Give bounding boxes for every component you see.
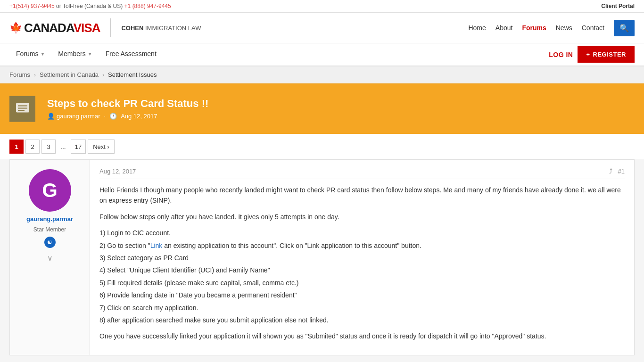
post-content: Aug 12, 2017 ⤴ #1 Hello Friends I though… bbox=[90, 160, 634, 355]
share-icon[interactable]: ⤴ bbox=[609, 167, 612, 175]
subnav-forums[interactable]: Forums ▼ bbox=[9, 43, 51, 66]
step2-pre: 2) Go to section " bbox=[99, 242, 150, 249]
post-date: Aug 12, 2017 bbox=[99, 168, 136, 175]
cohen-text: COHEN IMMIGRATION LAW bbox=[121, 25, 201, 32]
phone1-link[interactable]: +1(514) 937-9445 bbox=[9, 3, 55, 9]
breadcrumb-sep2: › bbox=[102, 72, 104, 78]
breadcrumb: Forums › Settlement in Canada › Settleme… bbox=[0, 66, 644, 83]
login-button[interactable]: LOG IN bbox=[549, 51, 573, 58]
page-1-button[interactable]: 1 bbox=[9, 140, 24, 154]
members-arrow-icon: ▼ bbox=[88, 51, 92, 57]
breadcrumb-current: Settlement Issues bbox=[108, 71, 157, 78]
top-bar: +1(514) 937-9445 or Toll-free (Canada & … bbox=[0, 0, 644, 13]
thread-info: Steps to check PR Card Status !! 👤 gaura… bbox=[47, 98, 208, 120]
thread-author: 👤 gaurang.parmar bbox=[47, 113, 100, 120]
thread-date: Aug 12, 2017 bbox=[121, 113, 157, 120]
logo-divider bbox=[110, 18, 111, 37]
page-3-button[interactable]: 3 bbox=[41, 140, 56, 154]
post-intro: Hello Friends I though many people who r… bbox=[99, 185, 625, 206]
user-role: Star Member bbox=[33, 226, 66, 233]
user-badge: ☯ bbox=[44, 237, 56, 248]
sub-nav: Forums ▼ Members ▼ Free Assessment LOG I… bbox=[0, 43, 644, 66]
subnav-members[interactable]: Members ▼ bbox=[51, 43, 99, 66]
nav-home[interactable]: Home bbox=[468, 24, 486, 32]
nav-forums[interactable]: Forums bbox=[522, 24, 546, 32]
step-7: 7) Click on search my application. bbox=[99, 303, 625, 313]
post-body: Hello Friends I though many people who r… bbox=[99, 185, 625, 342]
expand-button[interactable]: ∨ bbox=[47, 254, 53, 263]
username-link[interactable]: gaurang.parmar bbox=[26, 215, 73, 222]
step2-post: an existing application to this account"… bbox=[162, 242, 421, 249]
thread-banner: Steps to check PR Card Status !! 👤 gaura… bbox=[0, 83, 644, 134]
thread-title: Steps to check PR Card Status !! bbox=[47, 98, 208, 110]
main-nav: Home About Forums News Contact 🔍 bbox=[468, 20, 635, 36]
avatar: G bbox=[29, 169, 71, 212]
search-icon: 🔍 bbox=[619, 24, 629, 32]
sub-nav-left: Forums ▼ Members ▼ Free Assessment bbox=[9, 43, 163, 66]
post-note: Follow below steps only after you have l… bbox=[99, 212, 625, 222]
nav-contact[interactable]: Contact bbox=[582, 24, 604, 32]
page-17-button[interactable]: 17 bbox=[71, 140, 86, 154]
plus-icon: + bbox=[586, 51, 590, 58]
client-portal-link[interactable]: Client Portal bbox=[601, 3, 635, 9]
post-container: G gaurang.parmar Star Member ☯ ∨ Aug 12,… bbox=[9, 159, 635, 355]
step-5: 5) Fill required details (please make su… bbox=[99, 278, 625, 288]
step-3: 3) Select category as PR Card bbox=[99, 253, 625, 263]
site-header: 🍁 CANADAVISA COHEN IMMIGRATION LAW Home … bbox=[0, 13, 644, 43]
logo: 🍁 CANADAVISA bbox=[9, 21, 100, 35]
contact-info: +1(514) 937-9445 or Toll-free (Canada & … bbox=[9, 3, 171, 9]
post-conclusion: One you have successfully linked your ap… bbox=[99, 331, 625, 341]
step3-text: 3) Select category as PR Card bbox=[99, 254, 189, 262]
sub-nav-right: LOG IN + REGISTER bbox=[549, 46, 635, 63]
breadcrumb-forums[interactable]: Forums bbox=[9, 71, 30, 78]
breadcrumb-sep1: › bbox=[34, 72, 36, 78]
nav-about[interactable]: About bbox=[495, 24, 513, 32]
page-2-button[interactable]: 2 bbox=[25, 140, 40, 154]
badge-icon: ☯ bbox=[47, 239, 52, 246]
pagination-bar: 1 2 3 ... 17 Next › bbox=[0, 134, 644, 159]
subnav-free-assessment[interactable]: Free Assessment bbox=[99, 43, 163, 66]
logo-container: 🍁 CANADAVISA COHEN IMMIGRATION LAW bbox=[9, 18, 201, 37]
post-header: Aug 12, 2017 ⤴ #1 bbox=[99, 167, 625, 179]
next-page-button[interactable]: Next › bbox=[88, 140, 115, 154]
step2-link[interactable]: Link bbox=[150, 242, 163, 249]
thread-type-icon bbox=[9, 96, 35, 122]
post-sidebar: G gaurang.parmar Star Member ☯ ∨ bbox=[10, 160, 90, 355]
author-name: gaurang.parmar bbox=[57, 113, 100, 120]
logo-canada-text: CANADAVISA bbox=[24, 21, 100, 35]
maple-leaf-icon: 🍁 bbox=[9, 22, 22, 34]
forums-arrow-icon: ▼ bbox=[40, 51, 45, 57]
phone2-link[interactable]: +1 (888) 947-9445 bbox=[124, 3, 171, 9]
register-button[interactable]: + REGISTER bbox=[578, 46, 635, 63]
step-8: 8) after application searched make sure … bbox=[99, 315, 625, 325]
search-button[interactable]: 🔍 bbox=[614, 20, 635, 36]
post-number: #1 bbox=[618, 168, 625, 175]
clock-icon: 🕐 bbox=[109, 113, 117, 120]
page-ellipsis: ... bbox=[58, 143, 69, 150]
step-2: 2) Go to section "Link an existing appli… bbox=[99, 240, 625, 251]
post-actions: ⤴ #1 bbox=[609, 167, 625, 175]
separator-text: or Toll-free (Canada & US) bbox=[56, 3, 124, 9]
step-1: 1) Login to CIC account. bbox=[99, 228, 625, 238]
step-6: 6) Provide landing date in "Date you bec… bbox=[99, 290, 625, 300]
nav-news[interactable]: News bbox=[556, 24, 572, 32]
thread-meta: 👤 gaurang.parmar · 🕐 Aug 12, 2017 bbox=[47, 113, 208, 120]
meta-dot: · bbox=[104, 113, 106, 120]
breadcrumb-settlement[interactable]: Settlement in Canada bbox=[40, 71, 99, 78]
step-4: 4) Select "Unique Client Identifier (UCI… bbox=[99, 265, 625, 275]
author-icon: 👤 bbox=[47, 113, 55, 120]
